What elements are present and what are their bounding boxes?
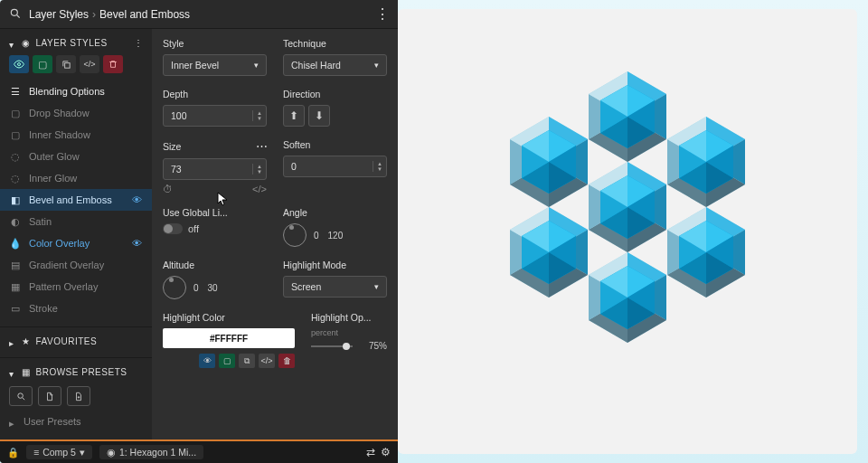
slider-highlight-opacity[interactable]: 75% (311, 341, 387, 351)
sidebar-item-inner-glow[interactable]: ◌Inner Glow (0, 167, 152, 189)
drop-icon: 💧 (9, 237, 22, 250)
panel-header: Layer Styles›Bevel and Emboss ⋮ (0, 0, 398, 29)
sidebar-item-pattern-overlay[interactable]: ▦Pattern Overlay (0, 276, 152, 298)
mini-copy-icon[interactable]: ⧉ (239, 354, 255, 368)
label-direction: Direction (283, 89, 387, 99)
search-icon[interactable] (9, 7, 22, 22)
label-soften: Soften (283, 139, 387, 150)
sidebar-item-outer-glow[interactable]: ◌Outer Glow (0, 146, 152, 167)
sidebar-item-color-overlay[interactable]: 💧Color Overlay👁 (0, 232, 152, 254)
footer-bar: 🔒 ≡Comp 5▾ ◉1: Hexagon 1 Mi... ⇄⚙ (0, 439, 398, 463)
camera-icon: ◉ (107, 447, 116, 458)
section-label: LAYER STYLES (36, 38, 108, 48)
mini-code-icon[interactable]: </> (259, 354, 275, 368)
select-technique[interactable]: Chisel Hard▾ (283, 54, 387, 76)
square-icon: ▢ (9, 107, 22, 119)
delete-icon[interactable] (103, 55, 123, 73)
preset-add-button[interactable] (67, 386, 90, 406)
section-favourites[interactable]: ▸★FAVOURITES (0, 333, 152, 350)
layers-icon: ≡ (33, 447, 39, 458)
label-depth: Depth (163, 89, 267, 99)
sync-icon[interactable]: ⇄ (366, 446, 375, 458)
opacity-value: 75% (360, 341, 387, 351)
hexagon-artwork (447, 49, 808, 414)
input-soften[interactable]: 0▲▼ (283, 156, 387, 177)
glow-icon: ◌ (9, 150, 22, 163)
gradient-icon: ▤ (9, 259, 22, 271)
layer-styles-panel: Layer Styles›Bevel and Emboss ⋮ ▾ ◉ LAYE… (0, 0, 398, 463)
sidebar-item-stroke[interactable]: ▭Stroke (0, 298, 152, 319)
input-depth[interactable]: 100▲▼ (163, 105, 267, 127)
sidebar-item-blending[interactable]: ☰Blending Options (0, 80, 152, 102)
section-dots-icon[interactable]: ⋮ (134, 38, 144, 48)
input-size[interactable]: 73▲▼ (163, 158, 267, 180)
breadcrumb: Layer Styles›Bevel and Emboss (29, 8, 190, 21)
sidebar-item-satin[interactable]: ◐Satin (0, 211, 152, 232)
angle-value-2: 120 (328, 231, 344, 241)
section-layer-styles[interactable]: ▾ ◉ LAYER STYLES ⋮ (0, 34, 152, 52)
footer-layer[interactable]: ◉1: Hexagon 1 Mi... (99, 445, 203, 459)
preset-search-button[interactable] (9, 386, 33, 406)
dial-altitude[interactable] (163, 276, 186, 299)
dial-angle[interactable] (283, 223, 307, 247)
svg-line-1 (17, 14, 20, 17)
label-highlight-mode: Highlight Mode (283, 260, 387, 270)
stepper-icon[interactable]: ▲▼ (373, 161, 382, 172)
mini-delete-icon[interactable]: 🗑 (278, 354, 295, 368)
code-icon[interactable]: </> (80, 55, 99, 73)
label-angle: Angle (283, 207, 387, 218)
style-action-row: ▢ </> (0, 52, 152, 77)
add-icon[interactable]: ▢ (33, 55, 52, 73)
chevron-right-icon: ▸ (9, 338, 16, 345)
swatch-icon: ▦ (22, 367, 31, 377)
eye-icon[interactable]: 👁 (132, 238, 143, 249)
svg-point-2 (18, 63, 21, 66)
select-highlight-mode[interactable]: Screen▾ (283, 276, 387, 298)
footer-comp[interactable]: ≡Comp 5▾ (26, 445, 92, 459)
breadcrumb-root[interactable]: Layer Styles (29, 8, 89, 21)
direction-down-button[interactable]: ⬇ (308, 105, 330, 127)
glow-icon: ◌ (9, 172, 22, 184)
toggle-label: off (188, 223, 199, 234)
sidebar-item-gradient-overlay[interactable]: ▤Gradient Overlay (0, 254, 152, 276)
altitude-value-2: 30 (208, 283, 218, 293)
eye-icon[interactable]: 👁 (132, 194, 143, 205)
sidebar-item-bevel-emboss[interactable]: ◧Bevel and Emboss👁 (0, 189, 152, 211)
chevron-right-icon: ▸ (9, 418, 16, 425)
label-altitude: Altitude (163, 260, 267, 270)
direction-up-button[interactable]: ⬆ (283, 105, 305, 127)
code-icon[interactable]: </> (252, 184, 267, 194)
section-label: FAVOURITES (36, 336, 98, 346)
select-style[interactable]: Inner Bevel▾ (163, 54, 267, 76)
svg-point-0 (11, 9, 17, 15)
preset-file-button[interactable] (38, 386, 61, 406)
panel-menu-icon[interactable]: ⋮ (375, 5, 389, 23)
section-browse-presets[interactable]: ▾▦BROWSE PRESETS (0, 364, 152, 381)
color-swatch[interactable]: #FFFFFF (163, 328, 295, 348)
stepper-icon[interactable]: ▲▼ (252, 110, 262, 121)
settings-icon[interactable]: ⚙ (381, 446, 391, 458)
stopwatch-icon[interactable]: ⏱ (163, 184, 173, 194)
mini-eye-icon[interactable]: 👁 (199, 354, 215, 368)
more-icon[interactable]: ⋯ (256, 139, 267, 153)
chevron-down-icon: ▾ (374, 61, 379, 70)
bevel-icon: ◧ (9, 194, 22, 206)
toggle-global-light[interactable]: off (163, 223, 267, 234)
opacity-unit: percent (311, 328, 387, 337)
label-size: Size⋯ (163, 139, 267, 153)
sidebar-item-inner-shadow[interactable]: ▢Inner Shadow (0, 124, 152, 146)
mini-add-icon[interactable]: ▢ (219, 354, 235, 368)
copy-icon[interactable] (56, 55, 76, 73)
sidebar-item-drop-shadow[interactable]: ▢Drop Shadow (0, 102, 152, 124)
canvas-area (398, 9, 857, 454)
label-highlight-color: Highlight Color (163, 312, 295, 323)
sidebar-item-user-presets[interactable]: ▸User Presets (0, 411, 152, 431)
sidebar: ▾ ◉ LAYER STYLES ⋮ ▢ </> ☰Blending Optio… (0, 29, 152, 439)
stepper-icon[interactable]: ▲▼ (252, 164, 262, 175)
svg-line-5 (22, 397, 24, 399)
lock-icon[interactable]: 🔒 (7, 447, 19, 458)
label-technique: Technique (283, 38, 387, 49)
altitude-value-1: 0 (193, 283, 199, 293)
visibility-icon[interactable] (9, 55, 29, 73)
angle-value-1: 0 (314, 231, 319, 241)
